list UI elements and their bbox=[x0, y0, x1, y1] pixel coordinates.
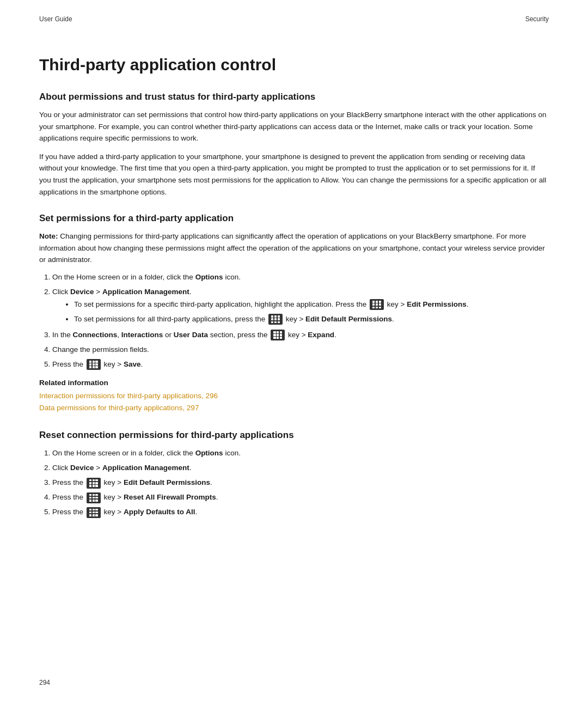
note-content: Changing permissions for third-party app… bbox=[39, 232, 545, 264]
step-1: On the Home screen or in a folder, click… bbox=[52, 271, 549, 284]
s3-step-4: Press the bbox=[52, 491, 549, 504]
step-3: In the Connections, Interactions or User… bbox=[52, 329, 549, 342]
section-about-permissions: About permissions and trust status for t… bbox=[39, 92, 549, 198]
step-5: Press the bbox=[52, 358, 549, 371]
menu-key-grid-5 bbox=[89, 479, 98, 487]
section3-steps: On the Home screen or in a folder, click… bbox=[52, 447, 549, 519]
menu-key-grid-2 bbox=[271, 315, 280, 323]
related-info-heading: Related information bbox=[39, 379, 549, 387]
section2-steps: On the Home screen or in a folder, click… bbox=[52, 271, 549, 371]
section3-heading: Reset connection permissions for third-p… bbox=[39, 430, 549, 441]
menu-key-icon-2 bbox=[268, 314, 283, 325]
section1-para2: If you have added a third-party applicat… bbox=[39, 151, 549, 198]
related-link-1[interactable]: Interaction permissions for third-party … bbox=[39, 390, 549, 403]
page: User Guide Security Third-party applicat… bbox=[0, 0, 588, 706]
menu-key-grid-6 bbox=[89, 494, 98, 502]
header-right: Security bbox=[525, 15, 549, 23]
step2-bullets: To set permissions for a specific third-… bbox=[74, 299, 549, 326]
menu-key-grid-3 bbox=[273, 331, 282, 339]
menu-key-icon-3 bbox=[271, 330, 285, 340]
related-info-section: Related information Interaction permissi… bbox=[39, 379, 549, 415]
section1-para1: You or your administrator can set permis… bbox=[39, 109, 549, 144]
menu-key-grid-4 bbox=[89, 361, 98, 368]
note-label: Note: bbox=[39, 232, 58, 240]
menu-key-icon-6 bbox=[87, 492, 101, 503]
page-content: Third-party application control About pe… bbox=[0, 23, 588, 567]
menu-key-grid bbox=[372, 301, 381, 308]
section2-note: Note: Changing permissions for third-par… bbox=[39, 230, 549, 266]
menu-key-icon-4 bbox=[87, 359, 101, 370]
menu-key-icon bbox=[370, 299, 384, 310]
header-left: User Guide bbox=[39, 15, 72, 23]
menu-key-icon-5 bbox=[87, 478, 101, 489]
s3-step-5: Press the bbox=[52, 506, 549, 519]
page-header: User Guide Security bbox=[0, 0, 588, 23]
menu-key-grid-7 bbox=[89, 509, 98, 516]
s3-step-2: Click Device > Application Management. bbox=[52, 462, 549, 474]
step-4: Change the permission fields. bbox=[52, 344, 549, 356]
section-set-permissions: Set permissions for a third-party applic… bbox=[39, 213, 549, 415]
related-link-2[interactable]: Data permissions for third-party applica… bbox=[39, 402, 549, 415]
s3-step-3: Press the bbox=[52, 477, 549, 489]
page-title: Third-party application control bbox=[39, 56, 549, 74]
step-2: Click Device > Application Management. T… bbox=[52, 286, 549, 326]
s3-step-1: On the Home screen or in a folder, click… bbox=[52, 447, 549, 460]
section1-heading: About permissions and trust status for t… bbox=[39, 92, 549, 102]
bullet-2: To set permissions for all third-party a… bbox=[74, 313, 549, 326]
page-number: 294 bbox=[39, 679, 50, 686]
bullet-1: To set permissions for a specific third-… bbox=[74, 299, 549, 311]
section2-heading: Set permissions for a third-party applic… bbox=[39, 213, 549, 224]
section-reset-permissions: Reset connection permissions for third-p… bbox=[39, 430, 549, 519]
page-footer: 294 bbox=[39, 679, 50, 686]
menu-key-icon-7 bbox=[87, 507, 101, 518]
